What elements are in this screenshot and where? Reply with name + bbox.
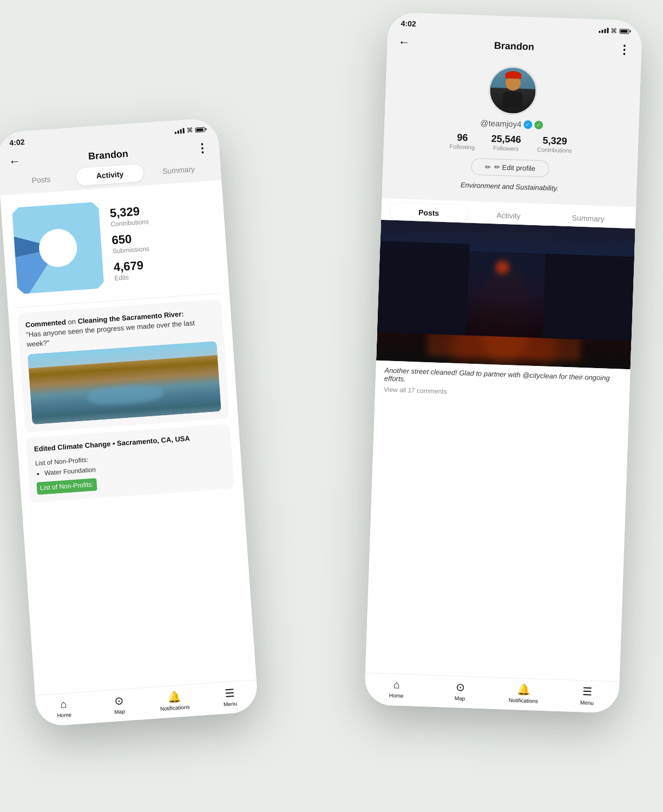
home-label: Home [57,712,71,719]
signal-bar-1 [175,132,176,134]
avatar-person [496,75,529,114]
right-phone: 4:02 ⌘ ← Brandon ⋮ [364,12,642,713]
r-home-label: Home [389,692,404,699]
wifi-icon: ⌘ [186,126,193,134]
r-map-icon: ⊙ [455,680,465,694]
left-nav-notifications[interactable]: 🔔 Notifications [146,689,203,713]
edit-pencil-icon: ✏ [485,163,491,171]
left-nav-title: Brandon [88,148,128,162]
edit-profile-label: ✏ Edit profile [494,163,536,173]
r-battery-icon [619,29,629,34]
right-back-button[interactable]: ← [398,35,410,50]
edit-activity-card: Edited Climate Change • Sacramento, CA, … [26,423,234,503]
avatar-figure [489,67,536,114]
right-tab-summary[interactable]: Summary [549,208,627,228]
following-number: 96 [450,132,475,144]
signal-bar-3 [180,129,182,134]
r-notification-icon: 🔔 [517,683,531,696]
right-nav-title: Brandon [494,40,535,53]
river-water [87,383,164,406]
profile-contributions-number: 5,329 [537,135,573,147]
notifications-label: Notifications [160,704,190,712]
commented-label: Commented [25,318,66,329]
map-icon: ⊙ [114,694,124,708]
chart-section: 5,329 Contributions 650 Submissions 4,67… [0,180,229,308]
river-image [28,341,221,424]
edit-profile-button[interactable]: ✏ ✏ Edit profile [471,158,549,178]
right-nav-notifications[interactable]: 🔔 Notifications [491,682,556,705]
signal-bar-2 [178,130,179,134]
followers-stat: 25,546 Followers [491,133,521,152]
right-tab-posts[interactable]: Posts [390,203,468,223]
r-signal-bar-1 [599,31,600,33]
post-image [376,220,635,369]
r-signal-bar-4 [607,28,608,33]
following-label: Following [449,143,475,150]
contributions-stat: 5,329 Contributions [109,204,149,228]
profile-stats-row: 96 Following 25,546 Followers 5,329 Cont… [449,132,572,154]
username-row: @teamjoy4 ✓ ✓ [480,118,543,129]
left-nav-map[interactable]: ⊙ Map [91,692,148,717]
menu-label: Menu [224,700,238,708]
submissions-stat: 650 Submissions [111,231,151,255]
left-back-button[interactable]: ← [8,154,21,169]
profile-section: @teamjoy4 ✓ ✓ 96 Following 25,546 Follow… [382,53,641,207]
r-signal-bar-2 [601,30,603,33]
right-nav-home[interactable]: ⌂ Home [364,677,429,700]
username: @teamjoy4 [480,118,522,129]
building-right [542,254,634,342]
right-more-button[interactable]: ⋮ [618,43,631,57]
followers-label: Followers [491,145,521,152]
r-wifi-icon: ⌘ [611,27,617,35]
right-status-icons: ⌘ [598,27,629,35]
right-tab-activity[interactable]: Activity [469,206,547,226]
signal-bar-4 [182,128,185,133]
avatar-head [506,75,521,91]
notification-icon: 🔔 [167,690,182,704]
left-phone: 4:02 ⌘ ← Brandon ⋮ Posts Activity Summa [0,117,259,727]
r-home-icon: ⌂ [393,678,400,691]
r-map-label: Map [455,695,465,702]
avatar-hat [505,71,521,79]
followers-number: 25,546 [491,133,521,146]
comment-activity-card: Commented on Cleaning the Sacramento Riv… [17,299,229,432]
left-more-button[interactable]: ⋮ [195,141,209,156]
left-nav-home[interactable]: ⌂ Home [35,696,92,721]
green-list-label: List of Non-Profits: [36,478,97,495]
edits-stat: 4,679 Edits [113,258,153,282]
home-icon: ⌂ [60,698,67,711]
left-screen-body: 5,329 Contributions 650 Submissions 4,67… [0,180,257,695]
left-nav-menu[interactable]: ☰ Menu [201,684,258,709]
edit-card-content: List of Non-Profits: Water Foundation Li… [35,445,226,495]
activity-stats: 5,329 Contributions 650 Submissions 4,67… [109,204,153,282]
battery-icon [195,127,205,132]
blue-verified-badge: ✓ [523,120,533,129]
r-notifications-label: Notifications [509,697,539,704]
right-nav-menu[interactable]: ☰ Menu [555,684,620,707]
right-screen-body: Another street cleaned! Glad to partner … [365,220,635,682]
profile-contributions-label: Contributions [537,146,572,154]
left-status-icons: ⌘ [174,126,205,135]
following-stat: 96 Following [449,132,475,150]
river-scene [28,341,221,424]
pie-chart [12,202,104,294]
avatar [488,66,538,116]
r-signal-bar-3 [604,29,606,33]
building-left [377,241,469,336]
r-menu-icon: ☰ [582,685,593,698]
lantern-glow [494,259,510,276]
bio-text: Environment and Sustainability. [461,181,559,192]
right-status-time: 4:02 [401,19,416,28]
left-status-time: 4:02 [9,137,25,147]
map-label: Map [114,709,125,715]
right-nav-map[interactable]: ⊙ Map [428,680,493,703]
green-verified-badge: ✓ [534,120,543,129]
profile-contributions-stat: 5,329 Contributions [537,135,573,154]
menu-icon: ☰ [224,686,235,699]
r-menu-label: Menu [580,699,594,706]
avatar-body [502,91,522,108]
street-scene [376,220,635,369]
